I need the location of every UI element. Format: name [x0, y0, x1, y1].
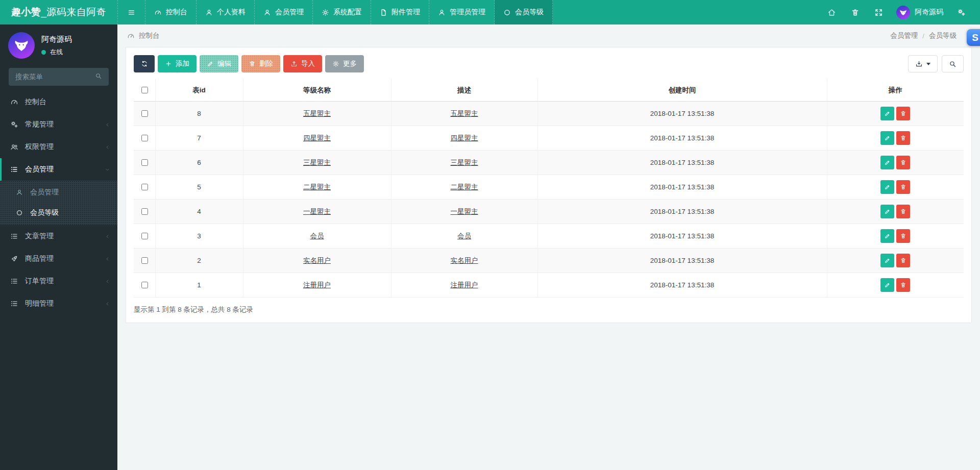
- table-row[interactable]: 5二星盟主二星盟主2018-01-17 13:51:38: [134, 175, 964, 200]
- sidebar-toggle-button[interactable]: [117, 0, 145, 24]
- menu-search-button[interactable]: [88, 72, 109, 81]
- refresh-button[interactable]: [134, 55, 155, 72]
- hamburger-icon: [128, 9, 135, 16]
- user-menu[interactable]: 阿奇源码: [890, 6, 949, 19]
- import-button[interactable]: 导入: [283, 55, 322, 72]
- row-edit-button[interactable]: [880, 156, 894, 169]
- row-checkbox[interactable]: [141, 110, 148, 117]
- row-delete-button[interactable]: [896, 229, 910, 243]
- sidebar-menu: 控制台常规管理权限管理会员管理会员管理会员等级文章管理商品管理订单管理明细管理: [0, 91, 117, 315]
- row-checkbox[interactable]: [141, 184, 148, 190]
- floating-widget-icon[interactable]: S: [967, 29, 980, 46]
- col-header-id[interactable]: 表id: [155, 79, 243, 102]
- row-edit-button[interactable]: [880, 180, 894, 194]
- table-search-button[interactable]: [942, 55, 964, 72]
- row-id: 3: [155, 224, 243, 249]
- topnav-item-5[interactable]: 管理员管理: [429, 0, 495, 24]
- edit-button[interactable]: 编辑: [200, 55, 238, 72]
- col-header-desc[interactable]: 描述: [391, 79, 537, 102]
- add-button[interactable]: 添加: [158, 55, 197, 72]
- table-row[interactable]: 4一星盟主一星盟主2018-01-17 13:51:38: [134, 200, 964, 224]
- sidebar-item-label: 明细管理: [25, 299, 98, 308]
- page-title-label: 控制台: [139, 31, 160, 40]
- sidebar-item-5[interactable]: 商品管理: [0, 248, 117, 270]
- sidebar-item-7[interactable]: 明细管理: [0, 292, 117, 315]
- row-checkbox[interactable]: [141, 233, 148, 239]
- row-edit-button[interactable]: [880, 131, 894, 145]
- home-button[interactable]: [820, 0, 843, 24]
- table-row[interactable]: 1注册用户注册用户2018-01-17 13:51:38: [134, 273, 964, 298]
- sidebar-item-1[interactable]: 常规管理: [0, 113, 117, 136]
- row-id: 8: [155, 102, 243, 126]
- sidebar-item-6[interactable]: 订单管理: [0, 270, 117, 292]
- topnav-item-4[interactable]: 附件管理: [371, 0, 429, 24]
- row-edit-button[interactable]: [880, 229, 894, 243]
- row-level-name: 注册用户: [243, 273, 391, 298]
- clear-cache-button[interactable]: [843, 0, 867, 24]
- row-checkbox[interactable]: [141, 135, 148, 141]
- table-header-row: 表id 等级名称 描述 创建时间 操作: [134, 79, 964, 102]
- topnav-item-1[interactable]: 个人资料: [197, 0, 255, 24]
- sidebar-user-name: 阿奇源码: [41, 35, 72, 44]
- delete-button[interactable]: 删除: [241, 55, 280, 72]
- user-status: 在线: [41, 48, 72, 57]
- row-delete-button[interactable]: [896, 156, 910, 169]
- delete-button-label: 删除: [259, 59, 273, 68]
- sidebar-subitem-3-1[interactable]: 会员等级: [0, 203, 117, 223]
- topnav-item-label: 个人资料: [217, 8, 246, 17]
- row-delete-button[interactable]: [896, 180, 910, 194]
- row-level-name: 五星盟主: [243, 102, 391, 126]
- row-edit-button[interactable]: [880, 107, 894, 120]
- menu-search-input[interactable]: [9, 68, 88, 86]
- pencil-icon: [884, 135, 891, 141]
- row-id: 1: [155, 273, 243, 298]
- sidebar-item-3[interactable]: 会员管理: [0, 158, 117, 181]
- row-delete-button[interactable]: [896, 278, 910, 292]
- col-header-created[interactable]: 创建时间: [537, 79, 827, 102]
- bull-logo-icon: [13, 37, 30, 54]
- fullscreen-button[interactable]: [867, 0, 890, 24]
- topnav-item-label: 会员等级: [515, 8, 544, 17]
- row-checkbox[interactable]: [141, 159, 148, 166]
- list-icon: [10, 277, 18, 285]
- topnav-item-2[interactable]: 会员管理: [255, 0, 313, 24]
- row-edit-button[interactable]: [880, 254, 894, 267]
- row-edit-button[interactable]: [880, 205, 894, 218]
- table-row[interactable]: 6三星盟主三星盟主2018-01-17 13:51:38: [134, 151, 964, 175]
- row-delete-button[interactable]: [896, 107, 910, 120]
- row-delete-button[interactable]: [896, 205, 910, 218]
- file-icon: [380, 9, 387, 16]
- breadcrumb-item[interactable]: 会员管理: [890, 31, 918, 40]
- more-button[interactable]: 更多: [325, 55, 364, 72]
- topnav-item-6[interactable]: 会员等级: [495, 0, 553, 24]
- toolbar-right: [908, 55, 964, 72]
- settings-button[interactable]: [949, 0, 973, 24]
- sidebar-item-2[interactable]: 权限管理: [0, 136, 117, 158]
- row-delete-button[interactable]: [896, 131, 910, 145]
- sidebar-subitem-3-0[interactable]: 会员管理: [0, 182, 117, 203]
- trash-icon: [900, 135, 906, 141]
- row-delete-button[interactable]: [896, 254, 910, 267]
- topnav-item-3[interactable]: 系统配置: [313, 0, 371, 24]
- table-row[interactable]: 3会员会员2018-01-17 13:51:38: [134, 224, 964, 249]
- row-id: 4: [155, 200, 243, 224]
- user-icon: [438, 9, 446, 16]
- pencil-icon: [884, 184, 891, 190]
- row-edit-button[interactable]: [880, 278, 894, 292]
- table-row[interactable]: 7四星盟主四星盟主2018-01-17 13:51:38: [134, 126, 964, 151]
- topnav-item-label: 控制台: [166, 8, 187, 17]
- search-icon: [95, 72, 102, 80]
- col-header-name[interactable]: 等级名称: [243, 79, 391, 102]
- row-checkbox[interactable]: [141, 282, 148, 288]
- sidebar-item-0[interactable]: 控制台: [0, 91, 117, 113]
- row-checkbox[interactable]: [141, 257, 148, 264]
- select-all-checkbox[interactable]: [141, 87, 148, 93]
- list-icon: [10, 232, 18, 240]
- topnav-item-0[interactable]: 控制台: [145, 0, 197, 24]
- table-row[interactable]: 8五星盟主五星盟主2018-01-17 13:51:38: [134, 102, 964, 126]
- export-button[interactable]: [908, 55, 938, 72]
- sidebar-item-4[interactable]: 文章管理: [0, 225, 117, 248]
- chevron-left-icon: [105, 122, 110, 128]
- table-row[interactable]: 2实名用户实名用户2018-01-17 13:51:38: [134, 249, 964, 273]
- row-checkbox[interactable]: [141, 208, 148, 215]
